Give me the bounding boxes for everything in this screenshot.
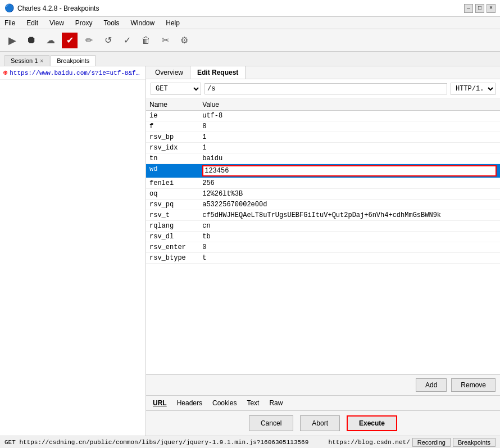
table-row[interactable]: rsv_dltb [146,232,500,242]
bottom-tabs: URL Headers Cookies Text Raw [146,395,500,410]
table-row[interactable]: f8 [146,121,500,132]
cloud-icon: ☁ [46,35,55,46]
stop-button[interactable]: ⏺ [24,33,39,48]
check-button[interactable]: ✔ [62,33,78,48]
param-name-cell: rsv_enter [146,242,199,253]
table-row[interactable]: oq12%26lt%3B [146,189,500,200]
breakpoint-url-item[interactable]: ⊕ https://www.baidu.com/s?ie=utf-8&f=8&r… [0,66,146,80]
param-name-cell: rsv_pq [146,200,199,210]
menu-help[interactable]: Help [163,18,182,28]
menu-tools[interactable]: Tools [102,18,122,28]
panel-tabs: Overview Edit Request [146,66,500,79]
toolbar: ▶ ⏺ ☁ ✔ ✏ ↺ ✓ 🗑 ✂ ⚙ [0,29,500,52]
title-bar-left: 🔵 Charles 4.2.8 - Breakpoints [4,3,99,13]
execute-button[interactable]: Execute [347,415,397,431]
table-row[interactable]: rsv_tcf5dHWJHEQAeLT8uTrUgsUEBFGiItuV+Qut… [146,210,500,221]
trash-button[interactable]: 🗑 [138,33,154,48]
refresh-button[interactable]: ↺ [100,33,116,48]
abort-button[interactable]: Abort [300,415,340,431]
tab-text[interactable]: Text [244,398,261,408]
session-tab-close[interactable]: × [40,58,43,64]
header-name: Name [146,99,199,111]
title-bar: 🔵 Charles 4.2.8 - Breakpoints — □ × [0,0,500,17]
menu-view[interactable]: View [47,18,66,28]
param-name-cell: rsv_idx [146,143,199,153]
tab-headers[interactable]: Headers [175,398,204,408]
method-url-row: GET POST PUT DELETE HTTP/1.1 HTTP/2 [146,79,500,99]
close-button[interactable]: × [487,4,496,13]
menu-window[interactable]: Window [129,18,157,28]
table-row[interactable]: wd [146,164,500,178]
cancel-button[interactable]: Cancel [249,415,293,431]
minimize-button[interactable]: — [464,4,473,13]
param-name-cell: rqlang [146,221,199,232]
window-controls[interactable]: — □ × [464,4,496,13]
tick-button[interactable]: ✓ [119,33,135,48]
tab-url[interactable]: URL [151,398,169,408]
table-row[interactable]: rsv_bp1 [146,132,500,143]
cloud-button[interactable]: ☁ [43,33,58,48]
tools-icon: ✂ [162,35,169,46]
param-name-cell: rsv_bp [146,132,199,143]
param-value-cell: 1 [199,143,500,153]
param-value-input[interactable] [202,165,497,177]
url-input[interactable] [204,83,447,94]
recording-button[interactable]: Recording [412,438,451,447]
left-panel: ⊕ https://www.baidu.com/s?ie=utf-8&f=8&r… [0,66,146,436]
settings-button[interactable]: ⚙ [176,33,192,48]
right-panel: Overview Edit Request GET POST PUT DELET… [146,66,500,436]
header-value: Value [199,99,500,111]
add-button[interactable]: Add [416,378,447,392]
table-row[interactable]: tnbaidu [146,153,500,164]
session-tab[interactable]: Session 1 × [4,55,49,66]
session-tab-label: Session 1 [11,57,38,64]
pencil-button[interactable]: ✏ [81,33,97,48]
param-value-cell[interactable] [199,164,500,178]
add-remove-area: Add Remove [146,374,500,395]
tab-edit-request[interactable]: Edit Request [190,66,246,79]
param-name-cell: rsv_dl [146,232,199,242]
param-value-cell: t [199,253,500,264]
param-value-cell: 8 [199,121,500,132]
tools-button[interactable]: ✂ [157,33,173,48]
table-row[interactable]: fenlei256 [146,178,500,189]
tab-cookies[interactable]: Cookies [210,398,239,408]
refresh-icon: ↺ [104,35,112,46]
status-url: https://blog.csdn.net/ [329,439,410,446]
param-value-cell: utf-8 [199,111,500,121]
method-select[interactable]: GET POST PUT DELETE [151,83,201,95]
status-right: https://blog.csdn.net/ Recording Breakpo… [329,438,496,447]
param-value-cell: cn [199,221,500,232]
param-name-cell: f [146,121,199,132]
param-name-cell: wd [146,164,199,178]
param-name-cell: fenlei [146,178,199,189]
breakpoints-tab[interactable]: Breakpoints [51,55,96,66]
table-row[interactable]: rsv_idx1 [146,143,500,153]
settings-icon: ⚙ [180,35,188,46]
param-name-cell: rsv_btype [146,253,199,264]
menu-proxy[interactable]: Proxy [73,18,95,28]
menu-file[interactable]: File [2,18,17,28]
param-name-cell: tn [146,153,199,164]
maximize-button[interactable]: □ [475,4,484,13]
remove-button[interactable]: Remove [451,378,496,392]
tab-overview[interactable]: Overview [148,66,190,79]
param-value-cell: 0 [199,242,500,253]
menu-edit[interactable]: Edit [24,18,40,28]
table-row[interactable]: rsv_pqa53225670002e00d [146,200,500,210]
error-icon: ⊕ [3,69,7,77]
table-row[interactable]: rqlangcn [146,221,500,232]
check-icon: ✔ [66,35,74,46]
tab-raw[interactable]: Raw [267,398,285,408]
play-button[interactable]: ▶ [4,33,20,48]
param-name-cell: oq [146,189,199,200]
protocol-select[interactable]: HTTP/1.1 HTTP/2 [451,83,496,95]
play-icon: ▶ [8,34,16,47]
table-row[interactable]: rsv_enter0 [146,242,500,253]
stop-icon: ⏺ [26,34,37,46]
table-header-row: Name Value [146,99,500,111]
param-value-cell: 256 [199,178,500,189]
table-row[interactable]: rsv_btypet [146,253,500,264]
table-row[interactable]: ieutf-8 [146,111,500,121]
breakpoints-button[interactable]: Breakpoints [453,438,496,447]
